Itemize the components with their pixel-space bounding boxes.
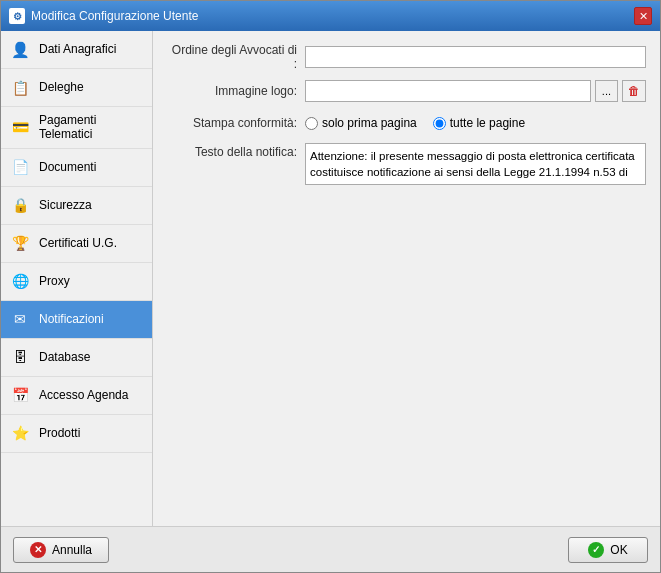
window-icon: ⚙ xyxy=(9,8,25,24)
sidebar-label: Deleghe xyxy=(39,80,84,94)
sicurezza-icon: 🔒 xyxy=(9,194,31,216)
sidebar-label: Accesso Agenda xyxy=(39,388,128,402)
close-button[interactable]: ✕ xyxy=(634,7,652,25)
radio-solo-label[interactable]: solo prima pagina xyxy=(305,116,417,130)
sidebar-item-pagamenti-telematici[interactable]: 💳 Pagamenti Telematici xyxy=(1,107,152,149)
sidebar-item-documenti[interactable]: 📄 Documenti xyxy=(1,149,152,187)
ok-icon: ✓ xyxy=(588,542,604,558)
sidebar-item-dati-anagrafici[interactable]: 👤 Dati Anagrafici xyxy=(1,31,152,69)
testo-textarea[interactable] xyxy=(305,143,646,185)
sidebar-label: Documenti xyxy=(39,160,96,174)
cancel-label: Annulla xyxy=(52,543,92,557)
delete-button[interactable]: 🗑 xyxy=(622,80,646,102)
testo-row: Testo della notifica: xyxy=(167,143,646,514)
radio-solo[interactable] xyxy=(305,117,318,130)
browse-button[interactable]: ... xyxy=(595,80,618,102)
main-window: ⚙ Modifica Configurazione Utente ✕ 👤 Dat… xyxy=(0,0,661,573)
immagine-input-group: ... 🗑 xyxy=(305,80,646,102)
radio-tutte[interactable] xyxy=(433,117,446,130)
title-bar: ⚙ Modifica Configurazione Utente ✕ xyxy=(1,1,660,31)
immagine-input[interactable] xyxy=(305,80,591,102)
sidebar-item-deleghe[interactable]: 📋 Deleghe xyxy=(1,69,152,107)
person-icon: 👤 xyxy=(9,39,31,61)
ok-label: OK xyxy=(610,543,627,557)
main-form: Ordine degli Avvocati di : Immagine logo… xyxy=(153,31,660,526)
sidebar-label: Pagamenti Telematici xyxy=(39,113,144,142)
testo-container xyxy=(305,143,646,185)
ok-button[interactable]: ✓ OK xyxy=(568,537,648,563)
notificazioni-icon: ✉ xyxy=(9,308,31,330)
stampa-row: Stampa conformità: solo prima pagina tut… xyxy=(167,111,646,135)
deleghe-icon: 📋 xyxy=(9,77,31,99)
sidebar: 👤 Dati Anagrafici 📋 Deleghe 💳 Pagamenti … xyxy=(1,31,153,526)
stampa-label: Stampa conformità: xyxy=(167,116,297,130)
title-bar-left: ⚙ Modifica Configurazione Utente xyxy=(9,8,198,24)
sidebar-item-database[interactable]: 🗄 Database xyxy=(1,339,152,377)
radio-tutte-label[interactable]: tutte le pagine xyxy=(433,116,525,130)
certificati-icon: 🏆 xyxy=(9,232,31,254)
window-title: Modifica Configurazione Utente xyxy=(31,9,198,23)
sidebar-label: Prodotti xyxy=(39,426,80,440)
sidebar-item-notificazioni[interactable]: ✉ Notificazioni xyxy=(1,301,152,339)
sidebar-label: Sicurezza xyxy=(39,198,92,212)
ordine-input[interactable] xyxy=(305,46,646,68)
sidebar-item-proxy[interactable]: 🌐 Proxy xyxy=(1,263,152,301)
prodotti-icon: ⭐ xyxy=(9,422,31,444)
sidebar-label: Certificati U.G. xyxy=(39,236,117,250)
sidebar-label: Dati Anagrafici xyxy=(39,42,116,56)
documenti-icon: 📄 xyxy=(9,156,31,178)
agenda-icon: 📅 xyxy=(9,384,31,406)
testo-label: Testo della notifica: xyxy=(167,143,297,159)
immagine-row: Immagine logo: ... 🗑 xyxy=(167,79,646,103)
proxy-icon: 🌐 xyxy=(9,270,31,292)
sidebar-item-accesso-agenda[interactable]: 📅 Accesso Agenda xyxy=(1,377,152,415)
radio-solo-text: solo prima pagina xyxy=(322,116,417,130)
pagamenti-icon: 💳 xyxy=(9,116,31,138)
sidebar-label: Database xyxy=(39,350,90,364)
cancel-button[interactable]: ✕ Annulla xyxy=(13,537,109,563)
immagine-label: Immagine logo: xyxy=(167,84,297,98)
stampa-radio-group: solo prima pagina tutte le pagine xyxy=(305,116,525,130)
ordine-row: Ordine degli Avvocati di : xyxy=(167,43,646,71)
footer: ✕ Annulla ✓ OK xyxy=(1,526,660,572)
database-icon: 🗄 xyxy=(9,346,31,368)
ordine-label: Ordine degli Avvocati di : xyxy=(167,43,297,71)
cancel-icon: ✕ xyxy=(30,542,46,558)
radio-tutte-text: tutte le pagine xyxy=(450,116,525,130)
sidebar-item-certificati[interactable]: 🏆 Certificati U.G. xyxy=(1,225,152,263)
sidebar-label: Notificazioni xyxy=(39,312,104,326)
sidebar-item-prodotti[interactable]: ⭐ Prodotti xyxy=(1,415,152,453)
content-area: 👤 Dati Anagrafici 📋 Deleghe 💳 Pagamenti … xyxy=(1,31,660,526)
sidebar-item-sicurezza[interactable]: 🔒 Sicurezza xyxy=(1,187,152,225)
sidebar-label: Proxy xyxy=(39,274,70,288)
